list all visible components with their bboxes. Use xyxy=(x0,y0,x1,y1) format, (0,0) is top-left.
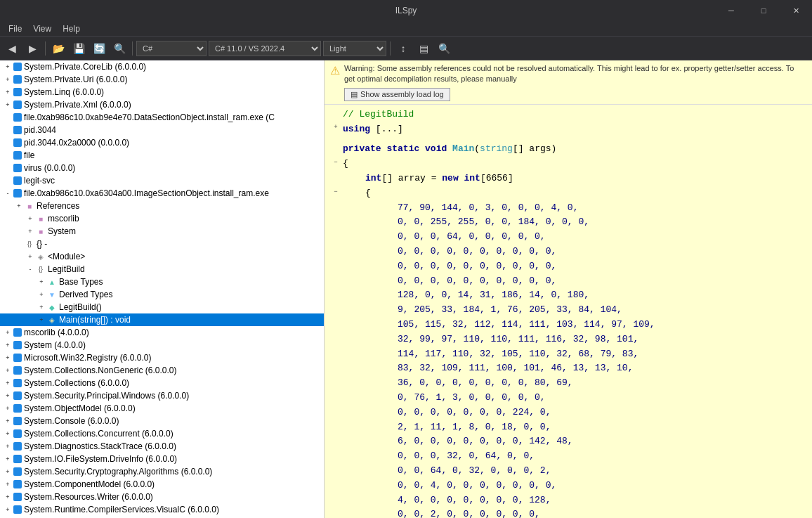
expand-icon[interactable]: + xyxy=(25,252,35,261)
expand-icon[interactable]: - xyxy=(3,188,13,198)
tree-item[interactable]: +System.Runtime.CompilerServices.VisualC… xyxy=(0,503,324,516)
menu-view[interactable]: View xyxy=(27,22,57,35)
tree-item[interactable]: +System.ComponentModel (6.0.0.0) xyxy=(0,478,324,491)
tree-item[interactable]: file xyxy=(0,149,324,162)
minimize-button[interactable]: ─ xyxy=(715,0,747,21)
search-assemblies-button[interactable]: 🔍 xyxy=(110,39,129,58)
expand-icon[interactable] xyxy=(3,150,13,160)
maximize-button[interactable]: □ xyxy=(747,0,780,21)
expand-icon[interactable]: + xyxy=(3,328,13,337)
tree-item[interactable]: +System.Collections.NonGeneric (6.0.0.0) xyxy=(0,364,324,377)
collapse-using[interactable]: + xyxy=(330,122,341,134)
version-select[interactable]: C# 11.0 / VS 2022.4 xyxy=(209,41,321,56)
open-button[interactable]: 📂 xyxy=(49,39,67,58)
theme-select[interactable]: Light Dark xyxy=(323,41,386,56)
expand-icon[interactable]: + xyxy=(3,353,13,363)
assembly-tree-panel[interactable]: +System.Private.CoreLib (6.0.0.0)+System… xyxy=(0,60,325,518)
expand-icon[interactable]: + xyxy=(3,429,13,439)
expand-icon[interactable]: + xyxy=(3,454,13,464)
language-select[interactable]: C# IL IL with C# xyxy=(136,41,207,56)
expand-icon[interactable]: + xyxy=(3,340,13,350)
tree-item[interactable]: legit-svc xyxy=(0,174,324,187)
expand-icon[interactable]: + xyxy=(3,87,13,97)
tree-item[interactable]: +System.Security.Cryptography.Algorithms… xyxy=(0,465,324,478)
tree-item[interactable]: virus (0.0.0.0) xyxy=(0,162,324,174)
expand-icon[interactable] xyxy=(3,176,13,186)
array-line-13: 36, 0, 0, 0, 0, 0, 0, 0, 80, 69, xyxy=(398,376,806,391)
expand-icon[interactable]: + xyxy=(25,214,35,224)
tree-item[interactable]: +System.Collections (6.0.0.0) xyxy=(0,377,324,389)
tree-item[interactable]: pid.3044 xyxy=(0,124,324,136)
search-button[interactable]: 🔍 xyxy=(435,39,453,58)
expand-icon[interactable]: + xyxy=(3,416,13,426)
tree-item[interactable]: +▼Derived Types xyxy=(0,288,324,301)
tree-item[interactable]: file.0xab986c10.0xab9e4e70.DataSectionOb… xyxy=(0,111,324,124)
tree-item[interactable]: +System.IO.FileSystem.DriveInfo (6.0.0.0… xyxy=(0,453,324,465)
expand-icon[interactable]: + xyxy=(3,479,13,489)
tree-item[interactable]: +◆LegitBuild() xyxy=(0,301,324,313)
close-button[interactable]: ✕ xyxy=(780,0,812,21)
menu-help[interactable]: Help xyxy=(57,22,86,35)
tree-item[interactable]: +System.Diagnostics.StackTrace (6.0.0.0) xyxy=(0,440,324,453)
sort-button[interactable]: ↕ xyxy=(394,39,412,58)
expand-icon[interactable]: + xyxy=(3,403,13,413)
node-icon xyxy=(13,341,22,349)
tree-item[interactable]: +System.Private.Xml (6.0.0.0) xyxy=(0,98,324,111)
expand-icon[interactable]: + xyxy=(14,201,24,211)
node-icon xyxy=(13,442,22,451)
tree-item[interactable]: +System.Console (6.0.0.0) xyxy=(0,415,324,427)
expand-icon[interactable] xyxy=(3,138,13,148)
expand-icon[interactable]: + xyxy=(37,302,46,312)
node-icon xyxy=(13,404,22,413)
tree-item[interactable]: +System.Resources.Writer (6.0.0.0) xyxy=(0,491,324,503)
tree-item[interactable]: +▲Base Types xyxy=(0,276,324,288)
tree-item[interactable]: +◈Main(string[]) : void xyxy=(0,313,324,326)
forward-button[interactable]: ▶ xyxy=(23,39,41,58)
tree-item[interactable]: +Microsoft.Win32.Registry (6.0.0.0) xyxy=(0,351,324,364)
expand-icon[interactable]: + xyxy=(3,391,13,401)
refresh-button[interactable]: 🔄 xyxy=(90,39,108,58)
save-button[interactable]: 💾 xyxy=(70,39,88,58)
tree-item[interactable]: +System.Security.Principal.Windows (6.0.… xyxy=(0,389,324,402)
show-assembly-log-button[interactable]: ▤ Show assembly load log xyxy=(344,88,450,101)
tree-item[interactable]: +System.Linq (6.0.0.0) xyxy=(0,86,324,98)
tree-item[interactable]: +■References xyxy=(0,200,324,212)
expand-icon[interactable] xyxy=(14,239,24,249)
expand-icon[interactable]: + xyxy=(3,62,13,72)
view-toggle-button[interactable]: ▤ xyxy=(414,39,433,58)
expand-icon[interactable]: + xyxy=(3,492,13,502)
tree-item[interactable]: +System.ObjectModel (6.0.0.0) xyxy=(0,402,324,415)
tree-item[interactable]: -file.0xab986c10.0xa6304a00.ImageSection… xyxy=(0,187,324,200)
tree-item[interactable]: -{}LegitBuild xyxy=(0,263,324,276)
collapse-method[interactable]: − xyxy=(330,157,341,168)
tree-item[interactable]: +mscorlib (4.0.0.0) xyxy=(0,326,324,339)
expand-icon[interactable]: - xyxy=(25,264,35,274)
expand-icon[interactable] xyxy=(3,163,13,173)
tree-item[interactable]: pid.3044.0x2a0000 (0.0.0.0) xyxy=(0,136,324,149)
menu-file[interactable]: File xyxy=(3,22,27,35)
expand-icon[interactable]: + xyxy=(3,75,13,84)
collapse-array[interactable]: − xyxy=(330,186,341,198)
tree-item[interactable]: {}{} - xyxy=(0,238,324,250)
expand-icon[interactable] xyxy=(3,112,13,122)
tree-item[interactable]: +◈<Module> xyxy=(0,250,324,263)
expand-icon[interactable]: + xyxy=(3,505,13,514)
code-editor[interactable]: // LegitBuild + using [...] private stat… xyxy=(325,105,812,518)
back-button[interactable]: ◀ xyxy=(3,39,21,58)
expand-icon[interactable]: + xyxy=(3,467,13,477)
expand-icon[interactable] xyxy=(3,125,13,135)
expand-icon[interactable]: + xyxy=(3,441,13,451)
tree-item[interactable]: +System (4.0.0.0) xyxy=(0,339,324,351)
expand-icon[interactable]: + xyxy=(3,100,13,110)
tree-item[interactable]: +■mscorlib xyxy=(0,212,324,225)
tree-item[interactable]: +■System xyxy=(0,225,324,238)
tree-item[interactable]: +System.Private.CoreLib (6.0.0.0) xyxy=(0,60,324,73)
expand-icon[interactable]: + xyxy=(3,365,13,375)
expand-icon[interactable]: + xyxy=(37,290,46,299)
tree-item[interactable]: +System.Collections.Concurrent (6.0.0.0) xyxy=(0,427,324,440)
expand-icon[interactable]: + xyxy=(3,378,13,388)
expand-icon[interactable]: + xyxy=(37,315,46,325)
expand-icon[interactable]: + xyxy=(37,277,46,287)
expand-icon[interactable]: + xyxy=(25,226,35,236)
tree-item[interactable]: +System.Private.Uri (6.0.0.0) xyxy=(0,73,324,86)
